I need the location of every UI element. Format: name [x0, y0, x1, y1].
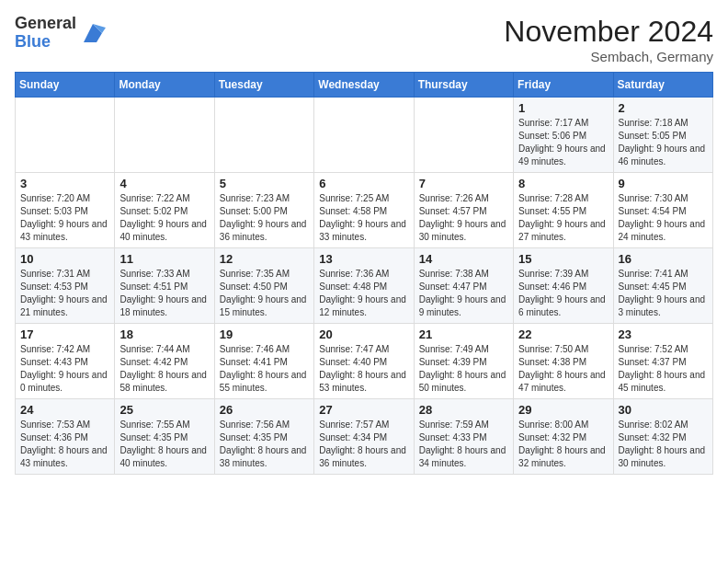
- day-number: 24: [20, 403, 109, 417]
- logo: General Blue: [15, 15, 106, 52]
- day-info: Sunrise: 7:49 AM Sunset: 4:39 PM Dayligh…: [419, 343, 508, 395]
- page-header: General Blue November 2024 Sembach, Germ…: [15, 15, 713, 64]
- day-info: Sunrise: 7:53 AM Sunset: 4:36 PM Dayligh…: [20, 419, 109, 470]
- day-number: 23: [619, 327, 708, 341]
- logo-icon: [80, 20, 106, 46]
- day-info: Sunrise: 8:00 AM Sunset: 4:32 PM Dayligh…: [518, 419, 608, 470]
- title-block: November 2024 Sembach, Germany: [504, 15, 713, 64]
- logo-blue-text: Blue: [15, 33, 76, 52]
- day-info: Sunrise: 7:18 AM Sunset: 5:05 PM Dayligh…: [619, 117, 708, 168]
- day-number: 21: [419, 327, 508, 341]
- table-row: 17Sunrise: 7:42 AM Sunset: 4:43 PM Dayli…: [16, 324, 115, 399]
- table-row: 11Sunrise: 7:33 AM Sunset: 4:51 PM Dayli…: [115, 248, 214, 324]
- day-info: Sunrise: 7:44 AM Sunset: 4:42 PM Dayligh…: [119, 343, 209, 395]
- table-row: 15Sunrise: 7:39 AM Sunset: 4:46 PM Dayli…: [514, 248, 613, 324]
- header-tuesday: Tuesday: [214, 73, 313, 98]
- day-info: Sunrise: 7:23 AM Sunset: 5:00 PM Dayligh…: [220, 192, 309, 244]
- header-saturday: Saturday: [613, 73, 712, 98]
- day-info: Sunrise: 7:36 AM Sunset: 4:48 PM Dayligh…: [319, 268, 408, 319]
- table-row: 22Sunrise: 7:50 AM Sunset: 4:38 PM Dayli…: [514, 324, 613, 399]
- table-row: 27Sunrise: 7:57 AM Sunset: 4:34 PM Dayli…: [314, 399, 414, 475]
- calendar-table: Sunday Monday Tuesday Wednesday Thursday…: [15, 72, 713, 475]
- day-number: 30: [619, 403, 708, 417]
- day-number: 4: [119, 177, 209, 190]
- day-number: 8: [518, 177, 608, 190]
- header-wednesday: Wednesday: [314, 73, 414, 98]
- day-info: Sunrise: 7:41 AM Sunset: 4:45 PM Dayligh…: [619, 268, 708, 319]
- table-row: 25Sunrise: 7:55 AM Sunset: 4:35 PM Dayli…: [115, 399, 214, 475]
- table-row: 26Sunrise: 7:56 AM Sunset: 4:35 PM Dayli…: [214, 399, 313, 475]
- header-sunday: Sunday: [16, 73, 115, 98]
- day-info: Sunrise: 7:30 AM Sunset: 4:54 PM Dayligh…: [619, 192, 708, 244]
- day-number: 29: [518, 403, 608, 417]
- table-row: 29Sunrise: 8:00 AM Sunset: 4:32 PM Dayli…: [514, 399, 613, 475]
- location: Sembach, Germany: [504, 49, 713, 64]
- day-info: Sunrise: 7:33 AM Sunset: 4:51 PM Dayligh…: [119, 268, 209, 319]
- day-number: 17: [20, 327, 109, 341]
- day-number: 13: [319, 252, 408, 266]
- day-info: Sunrise: 7:52 AM Sunset: 4:37 PM Dayligh…: [619, 343, 708, 395]
- month-title: November 2024: [504, 15, 713, 49]
- day-info: Sunrise: 7:26 AM Sunset: 4:57 PM Dayligh…: [419, 192, 508, 244]
- table-row: 1Sunrise: 7:17 AM Sunset: 5:06 PM Daylig…: [514, 98, 613, 173]
- day-number: 10: [20, 252, 109, 266]
- day-number: 26: [220, 403, 309, 417]
- day-number: 11: [119, 252, 209, 266]
- day-info: Sunrise: 7:25 AM Sunset: 4:58 PM Dayligh…: [319, 192, 408, 244]
- header-monday: Monday: [115, 73, 214, 98]
- day-info: Sunrise: 7:22 AM Sunset: 5:02 PM Dayligh…: [119, 192, 209, 244]
- day-info: Sunrise: 7:35 AM Sunset: 4:50 PM Dayligh…: [220, 268, 309, 319]
- day-number: 16: [619, 252, 708, 266]
- table-row: 14Sunrise: 7:38 AM Sunset: 4:47 PM Dayli…: [414, 248, 513, 324]
- day-number: 12: [220, 252, 309, 266]
- table-row: 4Sunrise: 7:22 AM Sunset: 5:02 PM Daylig…: [115, 173, 214, 248]
- day-number: 6: [319, 177, 408, 190]
- day-info: Sunrise: 8:02 AM Sunset: 4:32 PM Dayligh…: [619, 419, 708, 470]
- logo-general-text: General: [15, 15, 76, 33]
- day-number: 15: [518, 252, 608, 266]
- table-row: 6Sunrise: 7:25 AM Sunset: 4:58 PM Daylig…: [314, 173, 414, 248]
- day-number: 1: [518, 101, 608, 115]
- day-info: Sunrise: 7:17 AM Sunset: 5:06 PM Dayligh…: [518, 117, 608, 168]
- header-thursday: Thursday: [414, 73, 513, 98]
- table-row: 30Sunrise: 8:02 AM Sunset: 4:32 PM Dayli…: [613, 399, 712, 475]
- calendar-body: 1Sunrise: 7:17 AM Sunset: 5:06 PM Daylig…: [16, 98, 713, 475]
- day-number: 5: [220, 177, 309, 190]
- table-row: 5Sunrise: 7:23 AM Sunset: 5:00 PM Daylig…: [214, 173, 313, 248]
- table-row: 24Sunrise: 7:53 AM Sunset: 4:36 PM Dayli…: [16, 399, 115, 475]
- day-info: Sunrise: 7:56 AM Sunset: 4:35 PM Dayligh…: [220, 419, 309, 470]
- day-number: 18: [119, 327, 209, 341]
- day-info: Sunrise: 7:47 AM Sunset: 4:40 PM Dayligh…: [319, 343, 408, 395]
- table-row: [414, 98, 513, 173]
- day-info: Sunrise: 7:55 AM Sunset: 4:35 PM Dayligh…: [119, 419, 209, 470]
- day-number: 14: [419, 252, 508, 266]
- table-row: 7Sunrise: 7:26 AM Sunset: 4:57 PM Daylig…: [414, 173, 513, 248]
- table-row: 13Sunrise: 7:36 AM Sunset: 4:48 PM Dayli…: [314, 248, 414, 324]
- table-row: 23Sunrise: 7:52 AM Sunset: 4:37 PM Dayli…: [613, 324, 712, 399]
- day-number: 20: [319, 327, 408, 341]
- day-info: Sunrise: 7:59 AM Sunset: 4:33 PM Dayligh…: [419, 419, 508, 470]
- table-row: 2Sunrise: 7:18 AM Sunset: 5:05 PM Daylig…: [613, 98, 712, 173]
- day-info: Sunrise: 7:39 AM Sunset: 4:46 PM Dayligh…: [518, 268, 608, 319]
- day-info: Sunrise: 7:28 AM Sunset: 4:55 PM Dayligh…: [518, 192, 608, 244]
- day-number: 22: [518, 327, 608, 341]
- header-friday: Friday: [514, 73, 613, 98]
- day-info: Sunrise: 7:50 AM Sunset: 4:38 PM Dayligh…: [518, 343, 608, 395]
- day-info: Sunrise: 7:31 AM Sunset: 4:53 PM Dayligh…: [20, 268, 109, 319]
- day-number: 25: [119, 403, 209, 417]
- day-info: Sunrise: 7:46 AM Sunset: 4:41 PM Dayligh…: [220, 343, 309, 395]
- day-number: 9: [619, 177, 708, 190]
- table-row: [314, 98, 414, 173]
- day-number: 28: [419, 403, 508, 417]
- table-row: 10Sunrise: 7:31 AM Sunset: 4:53 PM Dayli…: [16, 248, 115, 324]
- table-row: 16Sunrise: 7:41 AM Sunset: 4:45 PM Dayli…: [613, 248, 712, 324]
- day-info: Sunrise: 7:57 AM Sunset: 4:34 PM Dayligh…: [319, 419, 408, 470]
- day-number: 3: [20, 177, 109, 190]
- table-row: [115, 98, 214, 173]
- table-row: 3Sunrise: 7:20 AM Sunset: 5:03 PM Daylig…: [16, 173, 115, 248]
- table-row: [214, 98, 313, 173]
- day-info: Sunrise: 7:38 AM Sunset: 4:47 PM Dayligh…: [419, 268, 508, 319]
- day-info: Sunrise: 7:20 AM Sunset: 5:03 PM Dayligh…: [20, 192, 109, 244]
- calendar-header: Sunday Monday Tuesday Wednesday Thursday…: [16, 73, 713, 98]
- day-number: 27: [319, 403, 408, 417]
